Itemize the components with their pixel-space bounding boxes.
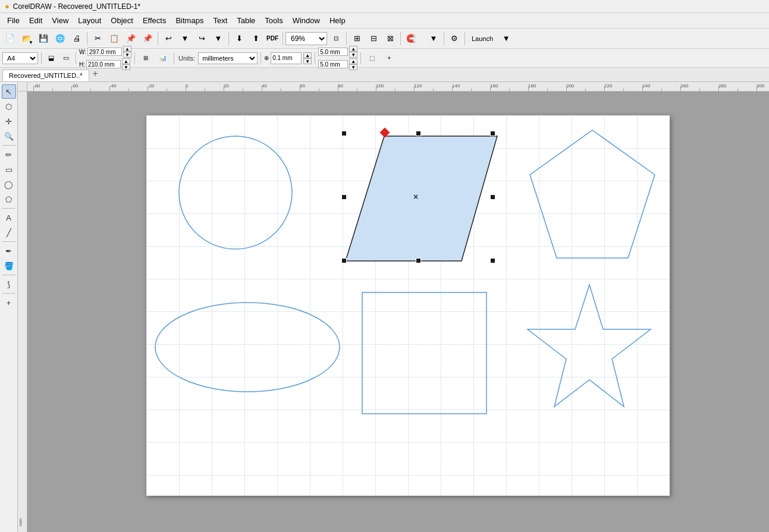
- width-up-btn[interactable]: ▲: [123, 46, 131, 52]
- node-tool[interactable]: ⬡: [2, 99, 16, 114]
- sel-handle-mr[interactable]: [490, 194, 495, 200]
- ruler-tick-200: 200: [566, 83, 574, 89]
- zoom-fit-button[interactable]: ⊡: [328, 31, 344, 46]
- rect-tool[interactable]: ▭: [2, 162, 16, 177]
- rectangle-shape[interactable]: [360, 291, 488, 415]
- open-button[interactable]: 📂▼: [19, 31, 34, 46]
- print-button[interactable]: 🖨: [69, 31, 84, 46]
- nudge-input[interactable]: [271, 52, 302, 64]
- hs-down-btn[interactable]: ▼: [349, 52, 357, 58]
- paste-special-button[interactable]: 📌: [140, 31, 155, 46]
- freehand-tool[interactable]: ✏: [2, 147, 16, 162]
- snap-toggle[interactable]: 🧲: [403, 31, 419, 46]
- units-combo[interactable]: millimeters inches pixels: [198, 52, 258, 64]
- zoom-combo[interactable]: 69%50%75%100%: [285, 32, 327, 45]
- sel-handle-br[interactable]: [490, 258, 495, 263]
- canvas-page[interactable]: ×: [27, 92, 769, 532]
- save-button[interactable]: 💾: [36, 31, 51, 46]
- transform-tool[interactable]: ✛: [2, 114, 16, 128]
- menu-window[interactable]: Window: [288, 15, 325, 26]
- match-objects-btn[interactable]: ⊞: [138, 51, 153, 66]
- new-button[interactable]: 📄: [2, 31, 18, 46]
- redo-button[interactable]: ↪: [194, 31, 209, 46]
- page-size-combo[interactable]: A4: [2, 52, 38, 64]
- pentagon-shape[interactable]: [524, 127, 661, 267]
- h-spacing-input[interactable]: [318, 48, 348, 56]
- menu-edit[interactable]: Edit: [24, 15, 47, 26]
- ruler-tick-0: 0: [186, 83, 188, 89]
- add-tab-button[interactable]: +: [90, 68, 101, 81]
- menu-bar: FileEditViewLayoutObjectEffectsBitmapsTe…: [0, 13, 769, 29]
- launch-button[interactable]: Launch: [467, 31, 497, 46]
- circle-shape[interactable]: [176, 133, 295, 252]
- paste-button[interactable]: 📌: [123, 31, 139, 46]
- menu-bitmaps[interactable]: Bitmaps: [171, 15, 208, 26]
- hs-up-btn[interactable]: ▲: [349, 46, 357, 52]
- copy-button[interactable]: 📋: [106, 31, 122, 46]
- menu-effects[interactable]: Effects: [138, 15, 171, 26]
- add-btn[interactable]: +: [2, 295, 16, 310]
- sel-handle-tr[interactable]: [490, 131, 495, 136]
- page-height-input[interactable]: [86, 60, 121, 68]
- parallelogram-shape[interactable]: [337, 130, 503, 267]
- snap-dropdown[interactable]: ▼: [426, 31, 441, 46]
- vs-up-btn[interactable]: ▲: [349, 58, 357, 64]
- view-guide-button[interactable]: ⊟: [366, 31, 381, 46]
- width-down-btn[interactable]: ▼: [123, 52, 131, 58]
- fill-tool[interactable]: 🪣: [2, 259, 16, 273]
- page-frame-btn[interactable]: ⬚: [364, 51, 379, 66]
- sel-handle-tc[interactable]: [416, 131, 421, 136]
- menu-layout[interactable]: Layout: [73, 15, 106, 26]
- publish-button[interactable]: 🌐: [52, 31, 68, 46]
- text-tool[interactable]: A: [2, 210, 16, 225]
- blend-tool[interactable]: ⟆: [2, 277, 16, 291]
- export-button[interactable]: ⬇: [231, 31, 247, 46]
- pdf-button[interactable]: PDF: [265, 31, 280, 46]
- menu-view[interactable]: View: [47, 15, 73, 26]
- menu-object[interactable]: Object: [106, 15, 138, 26]
- page-width-input[interactable]: [87, 48, 122, 56]
- ruler-horizontal: -80-60-40-200204060801001201401601802002…: [27, 82, 769, 92]
- tab-document[interactable]: Recovered_UNTITLED..*: [2, 70, 89, 81]
- import-button[interactable]: ⬆: [248, 31, 263, 46]
- zoom-tool[interactable]: 🔍: [2, 129, 16, 143]
- menu-text[interactable]: Text: [208, 15, 232, 26]
- line-tool[interactable]: ╱: [2, 225, 16, 240]
- add-page-btn[interactable]: +: [381, 51, 397, 66]
- sel-handle-bl[interactable]: [341, 258, 347, 263]
- star-shape[interactable]: [520, 282, 660, 421]
- page[interactable]: ×: [146, 115, 670, 496]
- select-tool[interactable]: ↖: [2, 84, 16, 99]
- tsep7: [360, 52, 361, 64]
- view-grid-button[interactable]: ⊞: [349, 31, 365, 46]
- canvas-area[interactable]: -80-60-40-200204060801001201401601802002…: [18, 82, 769, 532]
- ellipse-shape[interactable]: [152, 288, 343, 407]
- menu-file[interactable]: File: [2, 15, 24, 26]
- eyedropper-tool[interactable]: ✒: [2, 244, 16, 258]
- v-spacing-input[interactable]: [318, 60, 348, 68]
- sel-handle-bc[interactable]: [416, 258, 421, 263]
- redo-dropdown[interactable]: ▼: [211, 31, 226, 46]
- view-snap-button[interactable]: ⊠: [382, 31, 398, 46]
- height-down-btn[interactable]: ▼: [122, 64, 130, 70]
- menu-table[interactable]: Table: [232, 15, 260, 26]
- nudge-up-btn[interactable]: ▲: [303, 52, 312, 58]
- menu-help[interactable]: Help: [325, 15, 350, 26]
- statistics-btn[interactable]: 📊: [155, 51, 171, 66]
- ellipse-tool[interactable]: ◯: [2, 177, 16, 191]
- sel-handle-tl[interactable]: [341, 131, 347, 136]
- vs-down-btn[interactable]: ▼: [349, 64, 357, 70]
- landscape-button[interactable]: ⬓: [45, 52, 58, 65]
- options-button[interactable]: ⚙: [447, 31, 462, 46]
- sel-handle-ml[interactable]: [341, 194, 347, 200]
- undo-button[interactable]: ↩: [161, 31, 176, 46]
- cut-button[interactable]: ✂: [90, 31, 105, 46]
- polygon-tool[interactable]: ⬠: [2, 192, 16, 206]
- undo-dropdown[interactable]: ▼: [177, 31, 193, 46]
- height-up-btn[interactable]: ▲: [122, 58, 130, 64]
- nudge-down-btn[interactable]: ▼: [303, 58, 312, 64]
- launch-dropdown[interactable]: ▼: [498, 31, 514, 46]
- portrait-button[interactable]: ▭: [59, 52, 73, 65]
- sep8: [464, 32, 465, 45]
- menu-tools[interactable]: Tools: [260, 15, 287, 26]
